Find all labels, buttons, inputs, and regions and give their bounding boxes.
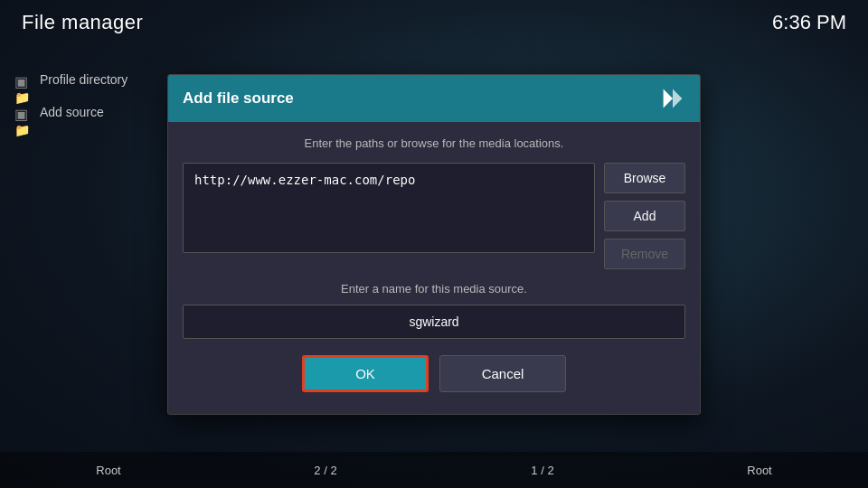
name-instruction: Enter a name for this media source. — [183, 282, 685, 296]
kodi-logo — [660, 86, 685, 111]
dialog-title: Add file source — [183, 89, 294, 108]
remove-button[interactable]: Remove — [604, 239, 685, 269]
dialog-body: Enter the paths or browse for the media … — [168, 122, 700, 414]
dialog-footer: OK Cancel — [183, 355, 685, 396]
source-path-input[interactable]: http://www.ezzer-mac.com/repo — [183, 163, 595, 253]
add-button[interactable]: Add — [604, 201, 685, 231]
source-name-input[interactable] — [183, 305, 685, 339]
source-row: http://www.ezzer-mac.com/repo Browse Add… — [183, 163, 685, 269]
dialog-header: Add file source — [168, 75, 700, 122]
side-buttons: Browse Add Remove — [604, 163, 685, 269]
add-file-source-dialog: Add file source Enter the paths or brows… — [167, 74, 701, 415]
svg-marker-0 — [664, 89, 673, 108]
ok-button[interactable]: OK — [302, 355, 429, 392]
cancel-button[interactable]: Cancel — [439, 355, 566, 392]
svg-marker-1 — [673, 89, 682, 108]
modal-overlay: Add file source Enter the paths or brows… — [0, 0, 868, 488]
path-instruction: Enter the paths or browse for the media … — [183, 136, 685, 150]
browse-button[interactable]: Browse — [604, 163, 685, 193]
